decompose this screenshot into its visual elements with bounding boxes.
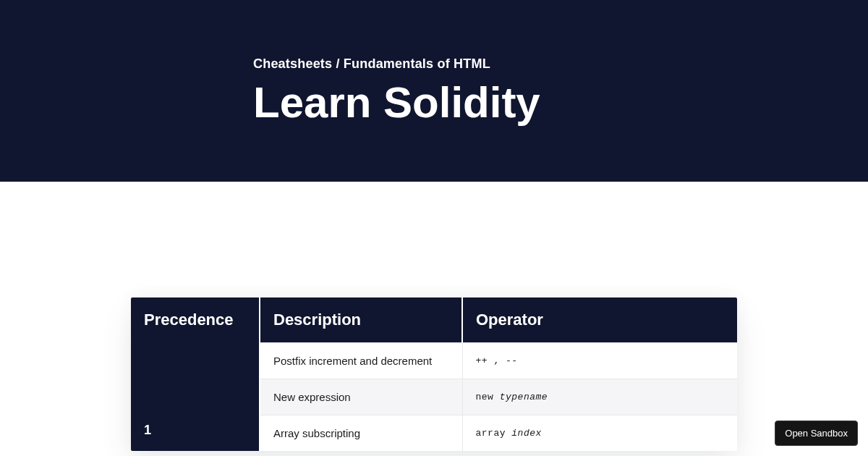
precedence-cell: 1 (131, 343, 260, 452)
table-row: 1 Postfix increment and decrement ++ , -… (131, 343, 737, 379)
col-header-precedence: Precedence (131, 297, 260, 343)
col-header-operator: Operator (462, 297, 737, 343)
description-cell: Postfix increment and decrement (260, 343, 462, 379)
operator-cell: ++ , -- (462, 343, 737, 379)
col-header-description: Description (260, 297, 462, 343)
description-cell: Array subscripting (260, 415, 462, 452)
page-title: Learn Solidity (253, 79, 868, 127)
operator-cell: array index (462, 415, 737, 452)
table-header-row: Precedence Description Operator (131, 297, 737, 343)
breadcrumb[interactable]: Cheatsheets / Fundamentals of HTML (253, 56, 868, 72)
description-cell: New expression (260, 379, 462, 415)
page-header: Cheatsheets / Fundamentals of HTML Learn… (0, 0, 868, 182)
operator-cell: new typename (462, 379, 737, 415)
precedence-table: Precedence Description Operator 1 Postfi… (131, 297, 737, 451)
content-area: Precedence Description Operator 1 Postfi… (0, 182, 868, 451)
open-sandbox-button[interactable]: Open Sandbox (775, 421, 858, 446)
